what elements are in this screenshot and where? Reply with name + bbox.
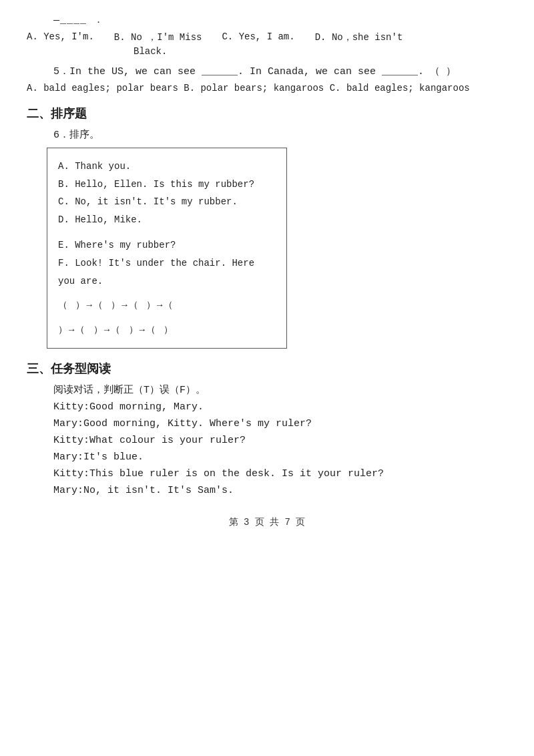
instruction-text: 阅读对话，判断正（T）误（F）。 — [53, 383, 507, 396]
page-footer: 第 3 页 共 7 页 — [27, 516, 507, 528]
dialogue-line-2: Kitty:What colour is your ruler? — [53, 435, 507, 446]
answer-b: B. No ，I'm Miss — [114, 31, 202, 43]
box-item-b: B. Hello, Ellen. Is this my rubber? — [58, 176, 276, 194]
dialogue-line-0: Kitty:Good morning, Mary. — [53, 401, 507, 413]
dialogue-line-5: Mary:No, it isn't. It's Sam's. — [53, 485, 507, 496]
dash-line: —____ ． — [53, 13, 507, 26]
section-2-title: 二、排序题 — [27, 106, 507, 122]
dialogue-line-4: Kitty:This blue ruler is on the desk. Is… — [53, 468, 507, 480]
dialogue-line-3: Mary:It's blue. — [53, 451, 507, 463]
answer-d: D. No，she isn't — [315, 31, 403, 43]
section-3-title: 三、任务型阅读 — [27, 361, 507, 377]
arrow-row-1: （ ）→（ ）→（ ）→（ — [58, 297, 276, 315]
box-item-a: A. Thank you. — [58, 158, 276, 176]
spacer — [58, 228, 276, 236]
dialogue-line-1: Mary:Good morning, Kitty. Where's my rul… — [53, 418, 507, 429]
question-5-text: 5．In the US, we can see ______. In Canad… — [53, 65, 507, 77]
answer-b2: Black. — [134, 46, 167, 57]
answer-b-line2: Black. — [134, 46, 507, 57]
answer-a: A. Yes, I'm. — [27, 31, 94, 43]
answer-c: C. Yes, I am. — [222, 31, 294, 43]
arrow-row-2: ）→（ ）→（ ）→（ ） — [58, 321, 276, 339]
box-item-c: C. No, it isn't. It's my rubber. — [58, 193, 276, 211]
prev-answer-row: A. Yes, I'm. B. No ，I'm Miss C. Yes, I a… — [27, 31, 507, 43]
box-item-d: D. Hello, Mike. — [58, 211, 276, 229]
question-6-label: 6．排序。 — [53, 128, 507, 141]
ordering-box: A. Thank you. B. Hello, Ellen. Is this m… — [47, 148, 287, 349]
box-item-f: F. Look! It's under the chair. Here you … — [58, 254, 276, 290]
box-item-e: E. Where's my rubber? — [58, 236, 276, 254]
reading-instruction: 阅读对话，判断正（T）误（F）。 Kitty:Good morning, Mar… — [53, 383, 507, 496]
question-5-options: A. bald eagles; polar bears B. polar bea… — [27, 83, 507, 93]
